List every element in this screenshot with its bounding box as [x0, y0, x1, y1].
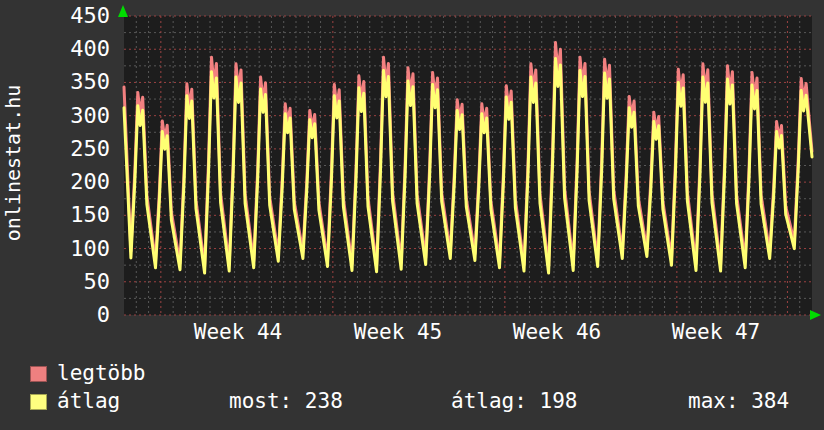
y-tick-label: 50 [34, 270, 110, 294]
week-label: Week 45 [318, 320, 478, 344]
legend-swatch-legtobb [30, 366, 47, 382]
y-tick-label: 200 [34, 170, 110, 194]
y-tick-label: 150 [34, 203, 110, 227]
y-axis-arrow-icon [118, 5, 128, 17]
y-tick-label: 250 [34, 137, 110, 161]
y-tick-label: 100 [34, 237, 110, 261]
plot-area [124, 16, 812, 315]
legend-swatch-atlag [30, 394, 47, 410]
legend-label-legtobb: legtöbb [57, 361, 146, 385]
rrd-graph: onlinestat.hu 05010015020025030035040045… [0, 0, 824, 430]
week-label: Week 46 [477, 320, 637, 344]
week-label: Week 44 [158, 320, 318, 344]
y-tick-label: 0 [34, 303, 110, 327]
stat-max: max: 384 [688, 389, 789, 413]
stat-most: most: 238 [229, 389, 343, 413]
x-axis-arrow-icon [810, 310, 821, 320]
stat-atlag: átlag: 198 [451, 389, 577, 413]
y-tick-label: 300 [34, 104, 110, 128]
y-tick-label: 350 [34, 70, 110, 94]
y-tick-label: 400 [34, 37, 110, 61]
legend-label-atlag: átlag [57, 389, 120, 413]
y-tick-label: 450 [34, 4, 110, 28]
week-label: Week 47 [636, 320, 796, 344]
